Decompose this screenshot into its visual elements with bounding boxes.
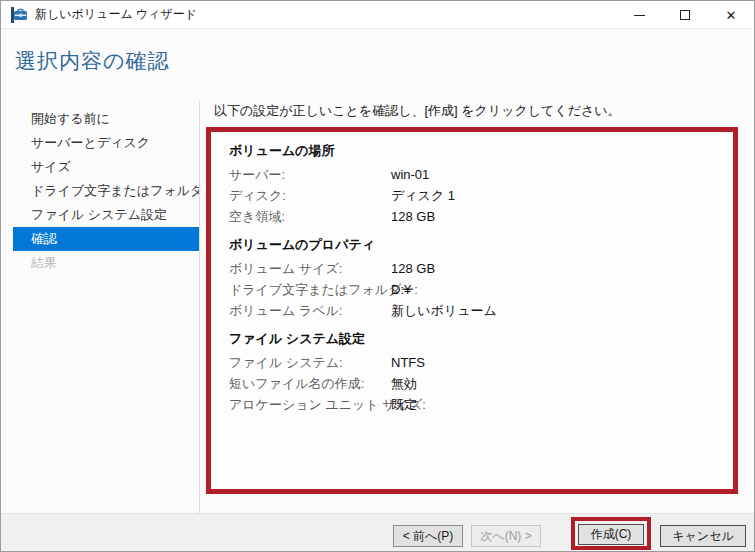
section-title: ボリュームのプロパティ: [229, 235, 709, 255]
next-button: 次へ(N) >: [471, 525, 541, 547]
server-manager-icon: [11, 7, 27, 23]
sidebar-divider: [199, 101, 200, 513]
summary-row: ファイル システム: NTFS: [229, 352, 709, 373]
section-title: ボリュームの場所: [229, 141, 709, 161]
summary-section-volume-location: ボリュームの場所 サーバー: win-01 ディスク: ディスク 1 空き領域:…: [229, 141, 709, 227]
summary-section-file-system-settings: ファイル システム設定 ファイル システム: NTFS 短いファイル名の作成: …: [229, 329, 709, 415]
close-icon: ✕: [726, 9, 737, 22]
row-label: 短いファイル名の作成:: [229, 373, 391, 394]
sidebar-item-server-and-disk[interactable]: サーバーとディスク: [1, 131, 199, 155]
sidebar-item-drive-letter-or-folder[interactable]: ドライブ文字またはフォルダー: [1, 179, 199, 203]
sidebar-item-confirmation[interactable]: 確認: [13, 227, 199, 251]
window-title: 新しいボリューム ウィザード: [35, 6, 197, 23]
row-label: ディスク:: [229, 185, 391, 206]
row-value: 128 GB: [391, 206, 435, 227]
summary-row: サーバー: win-01: [229, 164, 709, 185]
summary-section-volume-properties: ボリュームのプロパティ ボリューム サイズ: 128 GB ドライブ文字またはフ…: [229, 235, 709, 321]
row-value: 新しいボリューム: [391, 300, 497, 321]
sidebar-item-results: 結果: [1, 251, 199, 275]
row-label: ボリューム サイズ:: [229, 258, 391, 279]
minimize-icon: [634, 15, 645, 16]
row-value: 既定: [391, 394, 417, 415]
row-label: ボリューム ラベル:: [229, 300, 391, 321]
summary-row: アロケーション ユニット サイズ: 既定: [229, 394, 709, 415]
row-value: 無効: [391, 373, 417, 394]
new-volume-wizard-window: 新しいボリューム ウィザード ✕ 選択内容の確認 開始する前に サーバーとディス…: [0, 0, 755, 552]
minimize-button[interactable]: [616, 1, 662, 29]
row-label: ファイル システム:: [229, 352, 391, 373]
maximize-button[interactable]: [662, 1, 708, 29]
wizard-step-list: 開始する前に サーバーとディスク サイズ ドライブ文字またはフォルダー ファイル…: [1, 107, 199, 275]
summary-row: 空き領域: 128 GB: [229, 206, 709, 227]
section-title: ファイル システム設定: [229, 329, 709, 349]
summary-row: ボリューム ラベル: 新しいボリューム: [229, 300, 709, 321]
row-label: ドライブ文字またはフォルダー:: [229, 279, 391, 300]
back-button[interactable]: < 前へ(P): [393, 525, 463, 547]
row-label: 空き領域:: [229, 206, 391, 227]
row-label: サーバー:: [229, 164, 391, 185]
titlebar: 新しいボリューム ウィザード ✕: [1, 1, 754, 29]
row-value: D:¥: [391, 279, 411, 300]
row-value: ディスク 1: [391, 185, 455, 206]
row-value: 128 GB: [391, 258, 435, 279]
summary-row: ドライブ文字またはフォルダー: D:¥: [229, 279, 709, 300]
window-controls: ✕: [616, 1, 754, 29]
summary-row: ボリューム サイズ: 128 GB: [229, 258, 709, 279]
row-label: アロケーション ユニット サイズ:: [229, 394, 391, 415]
sidebar-item-before-you-begin[interactable]: 開始する前に: [1, 107, 199, 131]
row-value: win-01: [391, 164, 429, 185]
create-button[interactable]: 作成(C): [578, 524, 644, 545]
sidebar-item-file-system-settings[interactable]: ファイル システム設定: [1, 203, 199, 227]
instruction-text: 以下の設定が正しいことを確認し、[作成] をクリックしてください。: [214, 102, 621, 120]
summary-row: 短いファイル名の作成: 無効: [229, 373, 709, 394]
close-button[interactable]: ✕: [708, 1, 754, 29]
page-title: 選択内容の確認: [15, 47, 170, 75]
maximize-icon: [680, 10, 690, 20]
row-value: NTFS: [391, 352, 425, 373]
cancel-button[interactable]: キャンセル: [660, 525, 746, 547]
sidebar-item-size[interactable]: サイズ: [1, 155, 199, 179]
summary-row: ディスク: ディスク 1: [229, 185, 709, 206]
